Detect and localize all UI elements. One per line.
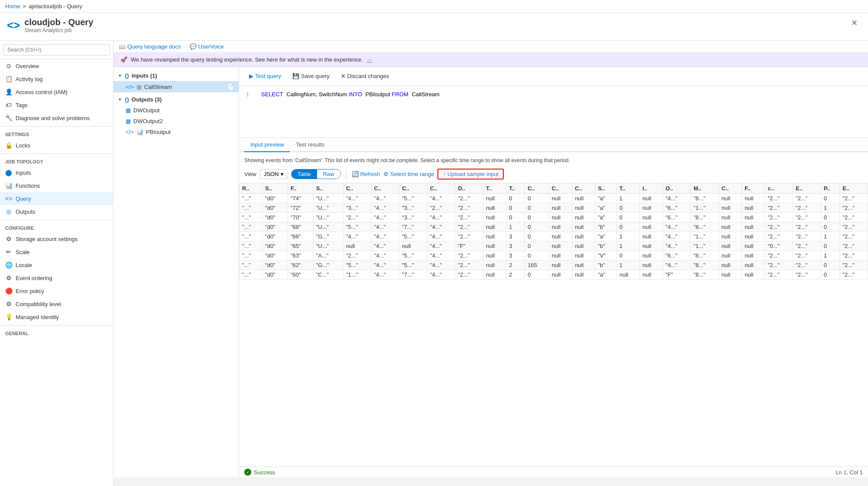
table-cell: "2..." <box>793 203 821 213</box>
table-cell: null <box>483 222 506 232</box>
results-controls: View JSON ▾ Table Raw 🔄 <box>239 167 868 183</box>
callstream-table-icon: ▦ <box>136 84 142 90</box>
table-cell: "3..." <box>399 213 428 222</box>
table-cell: "3..." <box>343 203 371 213</box>
table-cell: 0 <box>506 203 525 213</box>
tree-panel: ▼ {} Inputs (1) </> ▦ CallStream 📄 ▼ {} <box>113 67 239 477</box>
sidebar-item-tags[interactable]: 🏷 Tags <box>0 98 113 111</box>
table-cell: 0 <box>616 222 639 232</box>
table-cell: "b" <box>595 241 617 251</box>
tree-item-callstream[interactable]: </> ▦ CallStream 📄 <box>113 81 239 92</box>
revamp-banner: 🚀 We have revamped the query testing exp… <box>113 53 868 67</box>
sidebar-item-inputs[interactable]: ⬤ Inputs <box>0 166 113 179</box>
query-docs-link[interactable]: 📖 Query language docs <box>119 43 181 50</box>
table-cell: "U..." <box>313 241 343 251</box>
view-dropdown[interactable]: JSON ▾ <box>260 169 288 179</box>
discard-changes-button[interactable]: ✕ Discard changes <box>336 70 394 82</box>
outputs-header[interactable]: ▼ {} Outputs (3) <box>113 94 239 105</box>
table-cell: 1 <box>821 251 840 261</box>
inputs-header[interactable]: ▼ {} Inputs (1) <box>113 70 239 81</box>
query-editor[interactable]: 1 SELECT CallingNum, SwitchNum INTO PBIo… <box>239 86 868 138</box>
outputs-collapse-icon: ▼ <box>118 97 122 102</box>
table-cell: "d0" <box>262 261 288 270</box>
table-cell: null <box>549 203 572 213</box>
time-range-button[interactable]: ⚙ Select time range <box>383 171 434 177</box>
sidebar-item-error-policy[interactable]: 🔴 Error policy <box>0 284 113 297</box>
table-cell: null <box>549 241 572 251</box>
sidebar-item-locale[interactable]: 🌐 Locale <box>0 258 113 271</box>
banner-link[interactable]: → <box>366 56 372 63</box>
sidebar-item-overview[interactable]: ⊙ Overview <box>0 59 113 72</box>
table-cell: 0 <box>821 222 840 232</box>
sidebar-item-access-control[interactable]: 👤 Access control (IAM) <box>0 85 113 98</box>
sidebar-item-query[interactable]: <> Query <box>0 192 113 205</box>
search-input[interactable] <box>3 44 110 55</box>
table-col-header: O.. <box>663 183 691 194</box>
table-cell: null <box>719 270 742 280</box>
table-cell: null <box>640 241 663 251</box>
table-cell: "2..." <box>765 251 793 261</box>
table-cell: 2 <box>506 270 525 280</box>
table-cell: null <box>399 241 428 251</box>
table-cell: 1 <box>616 241 639 251</box>
sidebar-item-compatibility[interactable]: ⚙ Compatibility level <box>0 297 113 310</box>
table-cell: 0 <box>506 213 525 222</box>
query-topbar: 📖 Query language docs 💬 UserVoice <box>113 41 868 53</box>
refresh-button[interactable]: 🔄 Refresh <box>352 171 380 177</box>
table-cell: "..." <box>240 251 262 261</box>
table-col-header: P.. <box>821 183 840 194</box>
general-label: General <box>0 327 113 338</box>
event-ordering-icon: ⚙ <box>5 274 12 281</box>
save-query-button[interactable]: 💾 Save query <box>288 70 334 82</box>
tree-item-dwoutput[interactable]: ▦ DWOutput <box>113 105 239 116</box>
tab-input-preview[interactable]: Input preview <box>244 138 290 152</box>
table-cell: 0 <box>525 222 549 232</box>
table-cell: "60" <box>288 270 313 280</box>
sidebar-item-diagnose[interactable]: 🔧 Diagnose and solve problems <box>0 111 113 124</box>
table-cell: 0 <box>821 241 840 251</box>
table-cell: "d0" <box>262 194 288 203</box>
sidebar-item-scale[interactable]: ✏ Scale <box>0 245 113 258</box>
table-cell: "V" <box>595 251 617 261</box>
test-query-button[interactable]: ▶ Test query <box>244 70 286 82</box>
table-cell: "2..." <box>793 194 821 203</box>
table-cell: null <box>719 261 742 270</box>
table-cell: null <box>483 213 506 222</box>
upload-sample-button[interactable]: ↑ Upload sample input <box>437 169 504 179</box>
breadcrumb-home[interactable]: Home <box>5 3 20 10</box>
sidebar-item-storage[interactable]: ⚙ Storage account settings <box>0 232 113 245</box>
sidebar-item-event-ordering[interactable]: ⚙ Event ordering <box>0 271 113 284</box>
table-cell: "8..." <box>691 194 719 203</box>
banner-text: We have revamped the query testing exper… <box>131 56 363 63</box>
table-cell: "66" <box>288 232 313 241</box>
sidebar-item-activity-log[interactable]: 📋 Activity log <box>0 72 113 85</box>
table-col-header: C.. <box>399 183 428 194</box>
table-cell: "d0" <box>262 251 288 261</box>
sidebar-item-locks[interactable]: 🔒 Locks <box>0 139 113 152</box>
tree-item-dwoutput2[interactable]: ▦ DWOutput2 <box>113 116 239 127</box>
table-cell: "..." <box>240 203 262 213</box>
table-col-header: F.. <box>742 183 765 194</box>
close-button[interactable]: ✕ <box>848 17 861 29</box>
table-cell: "1..." <box>691 232 719 241</box>
sidebar-item-outputs[interactable]: ◎ Outputs <box>0 205 113 218</box>
tab-test-results[interactable]: Test results <box>290 138 330 152</box>
table-raw-toggle: Table Raw <box>291 169 341 179</box>
table-cell: "2..." <box>455 203 483 213</box>
toggle-raw-button[interactable]: Raw <box>317 170 340 179</box>
sidebar-divider-1 <box>0 126 113 127</box>
table-cell: "2..." <box>840 194 868 203</box>
tree-item-pbioutput[interactable]: </> 📊 PBIoutput <box>113 127 239 137</box>
table-cell: "5..." <box>399 194 428 203</box>
table-cell: "2..." <box>840 232 868 241</box>
uservoice-link[interactable]: 💬 UserVoice <box>190 43 224 50</box>
sidebar-item-functions[interactable]: 📊 Functions <box>0 179 113 192</box>
table-cell: "2..." <box>765 261 793 270</box>
table-cell: "G..." <box>313 261 343 270</box>
sidebar-item-managed-identity[interactable]: 💡 Managed Identity <box>0 310 113 323</box>
toggle-table-button[interactable]: Table <box>291 170 317 179</box>
table-cell: "70" <box>288 213 313 222</box>
table-cell: "1..." <box>343 270 371 280</box>
table-cell: "2..." <box>793 270 821 280</box>
table-cell: "2..." <box>765 222 793 232</box>
